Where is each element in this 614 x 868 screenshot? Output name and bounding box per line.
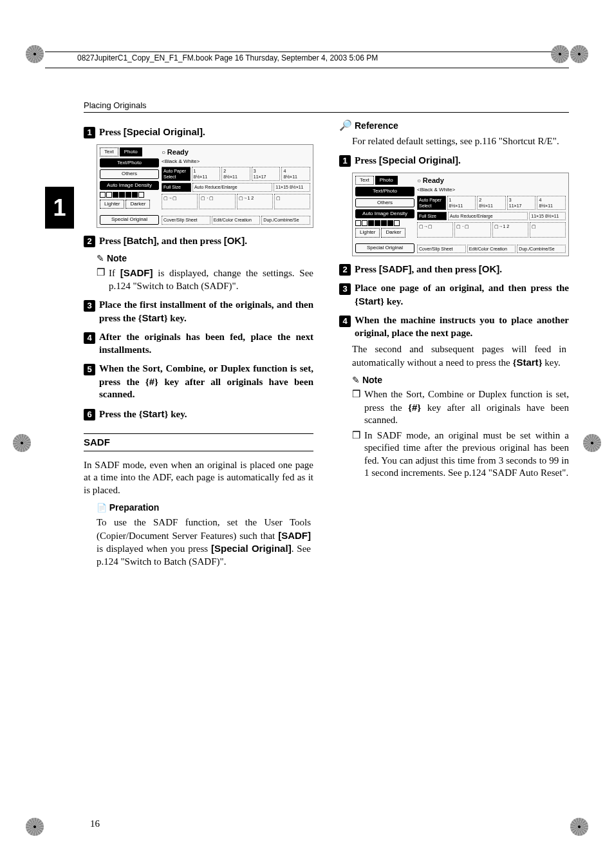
note-item: ❒ When the Sort, Combine or Duplex funct… <box>352 388 569 427</box>
note-item: ❒ If [SADF] is displayed, change the set… <box>97 267 313 292</box>
registration-mark-icon <box>570 45 588 63</box>
registration-mark-icon <box>570 818 588 836</box>
page: 0827JupiterC1_Copy_EN_F1_FM.book Page 16… <box>0 0 614 868</box>
preparation-heading: Preparation <box>97 502 313 514</box>
auto-image-density-button: Auto Image Density <box>355 209 414 218</box>
bullet-icon: ❒ <box>352 388 360 427</box>
left-column: 1 Press [Special Original]. Text Photo T… <box>84 119 313 568</box>
ok-key: [OK] <box>224 235 245 246</box>
step-number-icon: 6 <box>84 409 95 420</box>
step-1: 1 Press [Special Original]. <box>339 154 569 167</box>
pdf-header: 0827JupiterC1_Copy_EN_F1_FM.book Page 16… <box>45 52 569 68</box>
lighter-button: Lighter <box>100 200 124 209</box>
auto-paper-button: Auto Paper Select <box>417 196 446 210</box>
step-2: 2 Press [Batch], and then press [OK]. <box>84 234 313 248</box>
page-number: 16 <box>90 818 100 829</box>
start-key: Start <box>138 408 168 419</box>
special-original-button: Special Original <box>355 243 414 252</box>
ready-label: Ready <box>423 176 444 184</box>
registration-mark-icon <box>26 818 44 836</box>
right-column: 🔎Reference For related default settings,… <box>339 119 569 568</box>
photo-tab: Photo <box>375 176 398 185</box>
batch-key: [Batch] <box>124 235 157 246</box>
text-tab: Text <box>100 147 118 156</box>
sadf-body: In SADF mode, even when an original is p… <box>84 459 313 497</box>
section-header: Placing Originals <box>84 100 569 113</box>
control-panel-screenshot: Text Photo Text/Photo Others Auto Image … <box>97 144 313 228</box>
special-original-key: [Special Original] <box>124 126 203 137</box>
full-size-button: Full Size <box>417 212 447 220</box>
step-number-icon: 1 <box>339 155 351 167</box>
step-number-icon: 3 <box>84 300 95 312</box>
lighter-button: Lighter <box>355 228 380 237</box>
chapter-tab: 1 <box>45 187 74 229</box>
hash-key: # <box>408 402 421 413</box>
sadf-key: [SADF] <box>120 267 153 278</box>
step-4: 4 After the originals has been fed, plac… <box>84 331 313 356</box>
start-key: Start <box>355 296 384 307</box>
step-3: 3 Place one page of an original, and the… <box>339 282 569 308</box>
auto-image-density-button: Auto Image Density <box>100 181 159 190</box>
auto-reduce-enlarge-button: Auto Reduce/Enlarge <box>448 212 528 220</box>
special-original-key: [Special Original] <box>211 543 292 554</box>
reference-heading: 🔎Reference <box>339 119 569 133</box>
note-item: ❒ In SADF mode, an original must be set … <box>352 429 569 480</box>
orientation-icon: ▢→▢ <box>162 194 198 209</box>
start-key: Start <box>138 312 168 323</box>
dup-combine-button: Dup./Combine/Se <box>517 245 566 253</box>
text-tab: Text <box>355 176 374 185</box>
step-3: 3 Place the first installment of the ori… <box>84 299 313 325</box>
step-number-icon: 5 <box>84 364 95 375</box>
note-heading: Note <box>97 252 313 264</box>
mode-label: <Black & White> <box>162 158 310 165</box>
start-key: Start <box>513 357 543 368</box>
cover-slip-button: Cover/Slip Sheet <box>162 216 210 224</box>
step-text: . <box>203 127 205 137</box>
bullet-icon: ❒ <box>352 429 360 480</box>
sadf-key: [SADF] <box>278 530 311 541</box>
step-number-icon: 3 <box>339 283 351 295</box>
step-number-icon: 1 <box>84 127 95 138</box>
special-original-button: Special Original <box>100 215 159 224</box>
edit-color-button: Edit/Color Creation <box>467 245 516 253</box>
step-6: 6 Press the Start key. <box>84 408 313 421</box>
note-heading: Note <box>352 374 569 386</box>
step-1: 1 Press [Special Original]. <box>84 126 313 139</box>
step-2: 2 Press [SADF], and then press [OK]. <box>339 263 569 276</box>
dup-combine-button: Dup./Combine/Se <box>261 216 310 224</box>
cover-slip-button: Cover/Slip Sheet <box>417 245 466 253</box>
step-text: Press <box>99 127 124 137</box>
others-button: Others <box>100 169 159 178</box>
ready-label: Ready <box>167 148 189 156</box>
bullet-icon: ❒ <box>97 267 105 292</box>
registration-mark-icon <box>13 434 31 452</box>
sadf-heading: SADF <box>84 433 313 451</box>
step-number-icon: 4 <box>339 316 351 327</box>
full-size-button: Full Size <box>162 183 191 191</box>
step-4-body: The second and subsequent pages will fee… <box>352 343 566 369</box>
auto-reduce-enlarge-button: Auto Reduce/Enlarge <box>192 183 272 191</box>
step-number-icon: 4 <box>84 332 95 344</box>
control-panel-screenshot: Text Photo Text/Photo Others Auto Image … <box>352 173 569 256</box>
ok-key: [OK] <box>479 263 500 274</box>
registration-mark-icon <box>583 434 601 452</box>
step-4: 4 When the machine instructs you to plac… <box>339 314 569 339</box>
others-button: Others <box>355 198 414 207</box>
hash-key: # <box>145 376 158 387</box>
reference-icon: 🔎 <box>339 120 352 131</box>
density-scale <box>100 192 159 198</box>
step-number-icon: 2 <box>84 236 95 247</box>
darker-button: Darker <box>126 200 150 209</box>
step-5: 5 When the Sort, Combine, or Duplex func… <box>84 363 313 401</box>
edit-color-button: Edit/Color Creation <box>212 216 261 224</box>
darker-button: Darker <box>381 228 405 237</box>
density-scale <box>355 220 414 226</box>
special-original-key: [Special Original] <box>379 155 458 165</box>
auto-paper-button: Auto Paper Select <box>162 167 191 181</box>
reference-body: For related default settings, see p.116 … <box>352 135 566 148</box>
textphoto-button: Text/Photo <box>100 158 159 167</box>
step-number-icon: 2 <box>339 264 351 276</box>
sadf-key: [SADF] <box>379 263 412 274</box>
file-info: 0827JupiterC1_Copy_EN_F1_FM.book Page 16… <box>77 53 378 62</box>
registration-mark-icon <box>26 45 44 63</box>
